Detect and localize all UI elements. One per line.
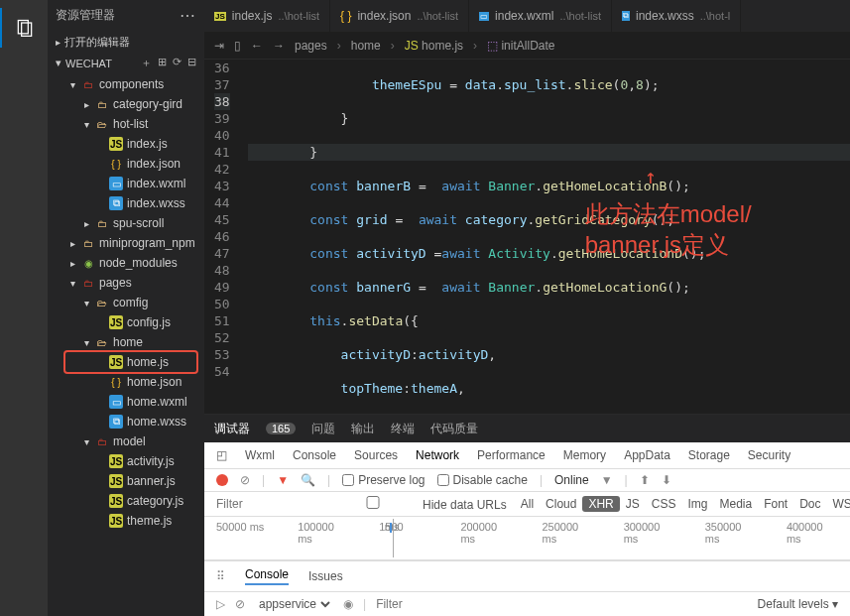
opened-editors-section[interactable]: ▸ 打开的编辑器	[48, 31, 204, 54]
console-clear-icon[interactable]: ⊘	[235, 597, 245, 611]
preserve-log-checkbox[interactable]: Preserve log	[342, 473, 425, 487]
folder-item[interactable]: ▸🗀category-gird	[48, 94, 204, 114]
expand-icon[interactable]: ⠿	[216, 569, 225, 583]
file-item[interactable]: JSbanner.js	[48, 471, 204, 491]
console-tab[interactable]: Console	[245, 567, 289, 585]
file-item[interactable]: { }index.json	[48, 154, 204, 174]
devtools-tab-sources[interactable]: Sources	[354, 448, 398, 462]
nav-toggle-icon[interactable]: ⇥	[214, 39, 224, 53]
console-toggle-icon[interactable]: ▷	[216, 597, 225, 611]
editor-tab[interactable]: ⧉index.wxss ..\hot-l	[612, 0, 741, 32]
filter-icon[interactable]: ▼	[277, 473, 289, 487]
nav-back-icon[interactable]: ←	[251, 39, 263, 53]
devtools-tab-network[interactable]: Network	[416, 448, 459, 462]
chevron-down-icon[interactable]: ▼	[601, 473, 613, 487]
devtools-tab-wxml[interactable]: Wxml	[245, 448, 275, 462]
search-icon[interactable]: 🔍	[301, 473, 315, 487]
devtools-tab-console[interactable]: Console	[293, 448, 336, 462]
console-filter-input[interactable]	[376, 597, 747, 611]
more-icon[interactable]: ⋯	[180, 6, 196, 25]
devtools-tab-storage[interactable]: Storage	[688, 448, 730, 462]
main-area: JSindex.js ..\hot-list{ }index.json ..\h…	[204, 0, 850, 616]
folder-item[interactable]: ▾🗁comfig	[48, 293, 204, 312]
issues-tab[interactable]: Issues	[308, 569, 343, 583]
filter-pill-js[interactable]: JS	[620, 496, 646, 512]
folder-item[interactable]: ▾🗀model	[48, 431, 204, 451]
filter-pill-font[interactable]: Font	[758, 496, 793, 512]
refresh-icon[interactable]: ⟳	[173, 56, 182, 70]
sidebar: 资源管理器 ⋯ ▸ 打开的编辑器 ▾WECHAT ＋ ⊞ ⟳ ⊟ ▾🗀compo…	[48, 0, 204, 616]
file-item[interactable]: JSactivity.js	[48, 451, 204, 471]
divider: |	[262, 473, 265, 487]
devtools-tab-performance[interactable]: Performance	[477, 448, 546, 462]
debug-tab-debugger[interactable]: 调试器	[214, 421, 250, 437]
online-select[interactable]: Online	[554, 473, 589, 487]
debug-tab-terminal[interactable]: 终端	[391, 421, 415, 437]
file-item[interactable]: JStheme.js	[48, 511, 204, 531]
scope-select[interactable]: appservice	[255, 596, 333, 612]
record-button[interactable]	[216, 474, 228, 486]
timeline-tick: 250000 ms	[543, 521, 594, 545]
inspect-icon[interactable]: ◰	[216, 448, 227, 462]
file-item[interactable]: JSindex.js	[48, 134, 204, 154]
file-item[interactable]: { }home.json	[48, 372, 204, 392]
timeline-tick: 200000 ms	[460, 521, 512, 545]
editor-tab[interactable]: { }index.json ..\hot-list	[330, 0, 469, 32]
file-item[interactable]: ⧉index.wxss	[48, 193, 204, 213]
file-item[interactable]: JScategory.js	[48, 491, 204, 511]
file-item[interactable]: JShome.js	[48, 352, 204, 372]
filter-pill-cloud[interactable]: Cloud	[540, 496, 582, 512]
filter-pill-xhr[interactable]: XHR	[582, 496, 619, 512]
filter-pill-ws[interactable]: WS	[827, 496, 850, 512]
bookmark-icon[interactable]: ▯	[234, 39, 241, 53]
collapse-icon[interactable]: ⊟	[187, 56, 196, 70]
code-editor[interactable]: 36373839404142434445464748495051525354 t…	[204, 60, 850, 414]
debug-tab-output[interactable]: 输出	[351, 421, 375, 437]
filter-pill-img[interactable]: Img	[681, 496, 713, 512]
eye-icon[interactable]: ◉	[343, 597, 353, 611]
editor-tab[interactable]: ▭index.wxml ..\hot-list	[469, 0, 612, 32]
devtools-tab-security[interactable]: Security	[748, 448, 790, 462]
folder-item[interactable]: ▸🗀miniprogram_npm	[48, 233, 204, 253]
editor-tabs: JSindex.js ..\hot-list{ }index.json ..\h…	[204, 0, 850, 32]
filter-pill-doc[interactable]: Doc	[793, 496, 826, 512]
folder-item[interactable]: ▾🗁home	[48, 332, 204, 352]
disable-cache-checkbox[interactable]: Disable cache	[437, 473, 528, 487]
filter-pill-all[interactable]: All	[515, 496, 540, 512]
filter-input[interactable]	[216, 497, 315, 511]
file-item[interactable]: ▭home.wxml	[48, 392, 204, 412]
explorer-icon[interactable]	[0, 8, 48, 48]
hide-urls-checkbox[interactable]: Hide data URLs	[323, 496, 507, 512]
devtools-tab-memory[interactable]: Memory	[563, 448, 606, 462]
file-item[interactable]: JSconfig.js	[48, 312, 204, 332]
timeline-tick: 1500 ms	[379, 521, 430, 533]
folder-item[interactable]: ▾🗀components	[48, 74, 204, 94]
folder-item[interactable]: ▾🗁hot-list	[48, 114, 204, 134]
editor-tab[interactable]: JSindex.js ..\hot-list	[204, 0, 330, 32]
new-file-icon[interactable]: ＋	[141, 56, 152, 70]
divider: |	[540, 473, 543, 487]
new-folder-icon[interactable]: ⊞	[158, 56, 167, 70]
download-icon[interactable]: ⬇	[662, 473, 671, 487]
debug-tab-problems[interactable]: 问题	[311, 421, 335, 437]
debug-tab-quality[interactable]: 代码质量	[430, 421, 478, 437]
filter-pill-media[interactable]: Media	[713, 496, 758, 512]
annotation-arrow: ↑	[645, 169, 657, 185]
folder-item[interactable]: ▾🗀pages	[48, 273, 204, 293]
filter-pill-css[interactable]: CSS	[646, 496, 682, 512]
activity-bar	[0, 0, 48, 616]
levels-select[interactable]: Default levels ▾	[758, 597, 838, 611]
folder-item[interactable]: ▸◉node_modules	[48, 253, 204, 273]
root-folder-row[interactable]: ▾WECHAT ＋ ⊞ ⟳ ⊟	[48, 54, 204, 72]
devtools-tab-appdata[interactable]: AppData	[624, 448, 670, 462]
upload-icon[interactable]: ⬆	[640, 473, 650, 487]
file-item[interactable]: ⧉home.wxss	[48, 412, 204, 431]
file-item[interactable]: ▭index.wxml	[48, 174, 204, 193]
debug-panel: 调试器 165 问题 输出 终端 代码质量 ◰ WxmlConsoleSourc…	[204, 414, 850, 616]
timeline-cursor[interactable]	[393, 519, 394, 557]
nav-fwd-icon[interactable]: →	[273, 39, 285, 53]
folder-item[interactable]: ▸🗀spu-scroll	[48, 213, 204, 233]
crumb-bar: ⇥ ▯ ← → pages › home › JS home.js › ⬚ in…	[204, 32, 850, 60]
debug-badge: 165	[266, 423, 296, 434]
clear-icon[interactable]: ⊘	[240, 473, 250, 487]
